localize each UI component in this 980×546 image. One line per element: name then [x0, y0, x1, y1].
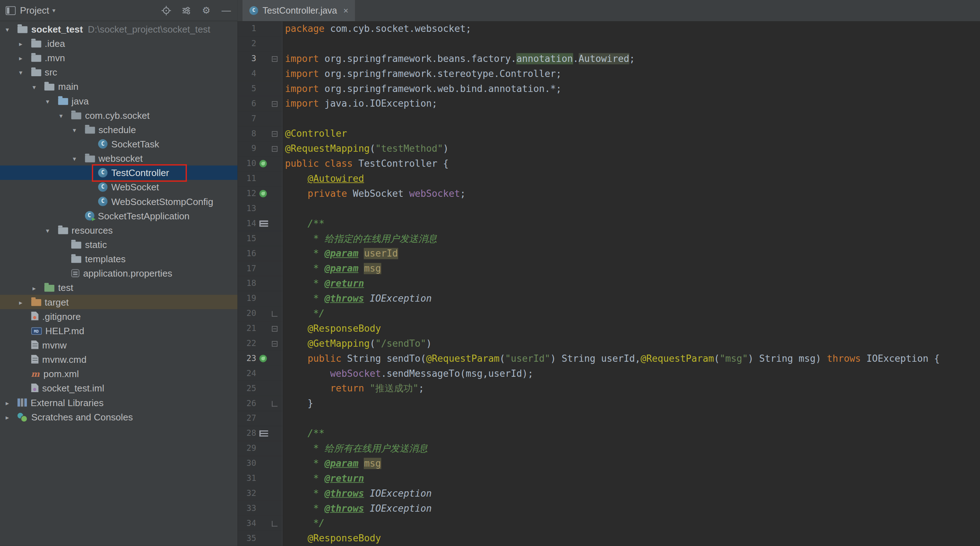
tree-item-sockettask[interactable]: CSocketTask	[0, 136, 237, 151]
code-text: * 给指定的在线用户发送消息	[283, 231, 437, 246]
close-icon[interactable]: ×	[344, 6, 348, 16]
tree-item-src[interactable]: ▾src	[0, 65, 237, 79]
fold-end-icon[interactable]	[271, 311, 277, 316]
chevron-right-icon[interactable]: ▸	[32, 284, 45, 291]
minimize-icon[interactable]: —	[221, 5, 232, 16]
chevron-right-icon[interactable]: ▸	[18, 40, 31, 47]
tree-item--mvn[interactable]: ▸.mvn	[0, 51, 237, 65]
line-number: 13	[237, 201, 256, 216]
gear-icon[interactable]: ⚙	[200, 5, 212, 16]
fold-end-icon[interactable]	[271, 521, 277, 526]
tree-item-test[interactable]: ▸test	[0, 281, 237, 295]
gutter: 23	[237, 351, 283, 366]
filter-icon[interactable]	[180, 5, 192, 16]
tree-item-application-properties[interactable]: application.properties	[0, 266, 237, 281]
tree-item--idea[interactable]: ▸.idea	[0, 36, 237, 51]
chevron-down-icon[interactable]: ▾	[59, 112, 71, 119]
tree-item-socket-test[interactable]: ▾socket_testD:\socket_project\socket_tes…	[0, 22, 237, 36]
code-text: /**	[283, 426, 325, 441]
fold-collapse-icon[interactable]	[271, 146, 277, 152]
chevron-down-icon[interactable]: ▾	[72, 126, 85, 133]
gutter: 30	[237, 456, 283, 471]
tree-item-target[interactable]: ▸target	[0, 295, 237, 309]
gutter: 29	[237, 441, 283, 456]
chevron-right-icon[interactable]: ▸	[5, 399, 18, 406]
tree-item-static[interactable]: static	[0, 237, 237, 252]
tree-item-websocket[interactable]: ▾websocket	[0, 151, 237, 165]
code-line-21: 21 @ResponseBody	[237, 321, 980, 336]
line-number: 2	[237, 36, 256, 51]
chevron-down-icon[interactable]: ▾	[72, 155, 85, 162]
tree-item-websocket[interactable]: CWebSocket	[0, 180, 237, 194]
tree-item-schedule[interactable]: ▾schedule	[0, 122, 237, 136]
tree-item-java[interactable]: ▾java	[0, 94, 237, 108]
code-line-10: 10public class TestController {	[237, 156, 980, 171]
code-line-18: 18 * @return	[237, 276, 980, 291]
gutter-icon-slot	[256, 430, 270, 436]
render-doc-icon[interactable]	[259, 221, 268, 227]
chevron-right-icon[interactable]: ▸	[18, 298, 31, 306]
project-window-icon[interactable]	[6, 6, 16, 15]
tree-item-label: src	[45, 67, 57, 78]
spring-bean-icon[interactable]	[259, 355, 267, 362]
code-line-28: 28 /**	[237, 426, 980, 441]
libraries-icon	[18, 398, 27, 407]
fold-end-icon[interactable]	[271, 401, 277, 406]
tree-item-sockettestapplication[interactable]: CSocketTestApplication	[0, 209, 237, 223]
tree-item-socket-test-iml[interactable]: socket_test.iml	[0, 381, 237, 395]
chevron-down-icon[interactable]: ▾	[18, 68, 31, 76]
editor-pane[interactable]: 1package com.cyb.socket.websocket;23impo…	[237, 21, 980, 546]
fold-collapse-icon[interactable]	[271, 341, 277, 346]
spring-bean-icon[interactable]	[259, 160, 267, 167]
code-line-6: 6import java.io.IOException;	[237, 96, 980, 111]
gutter-icon-slot	[256, 221, 270, 227]
tree-item-templates[interactable]: templates	[0, 252, 237, 266]
chevron-down-icon[interactable]: ▾	[5, 25, 18, 33]
gutter: 22	[237, 336, 283, 351]
chevron-down-icon[interactable]: ▾	[52, 7, 56, 14]
tree-item-mvnw[interactable]: mvnw	[0, 338, 237, 352]
folder-root-icon	[18, 26, 27, 33]
code-text: private WebSocket webSocket;	[283, 186, 466, 201]
chevron-down-icon[interactable]: ▾	[32, 83, 45, 90]
code-line-1: 1package com.cyb.socket.websocket;	[237, 21, 980, 36]
code-line-35: 35 @ResponseBody	[237, 531, 980, 546]
chevron-right-icon[interactable]: ▸	[5, 413, 18, 421]
code-line-3: 3import org.springframework.beans.factor…	[237, 51, 980, 66]
tree-item-external-libraries[interactable]: ▸External Libraries	[0, 395, 237, 410]
locate-icon[interactable]	[161, 5, 172, 16]
code-text: /**	[283, 216, 325, 231]
chevron-right-icon[interactable]: ▸	[18, 54, 31, 62]
code-line-29: 29 * 给所有在线用户发送消息	[237, 441, 980, 456]
class-icon: C	[98, 182, 107, 191]
tree-item--gitignore[interactable]: .gitignore	[0, 309, 237, 324]
tree-item-com-cyb-socket[interactable]: ▾com.cyb.socket	[0, 108, 237, 122]
code-text: * @throws IOException	[283, 501, 432, 516]
tree-item-pom-xml[interactable]: mpom.xml	[0, 367, 237, 381]
spring-bean-icon[interactable]	[259, 190, 267, 197]
line-number: 30	[237, 456, 256, 471]
fold-collapse-icon[interactable]	[271, 101, 277, 106]
tab-testcontroller-java[interactable]: C TestController.java ×	[242, 0, 355, 21]
line-number: 24	[237, 366, 256, 381]
tree-item-websocketstompconfig[interactable]: CWebSocketStompConfig	[0, 194, 237, 209]
tree-item-scratches-and-consoles[interactable]: ▸Scratches and Consoles	[0, 410, 237, 424]
chevron-down-icon[interactable]: ▾	[46, 227, 58, 234]
tree-item-mvnw-cmd[interactable]: mvnw.cmd	[0, 352, 237, 367]
fold-collapse-icon[interactable]	[271, 325, 277, 331]
tree-item-label: .idea	[45, 38, 65, 49]
fold-collapse-icon[interactable]	[271, 56, 277, 62]
code-text: @ResponseBody	[283, 321, 381, 336]
chevron-down-icon[interactable]: ▾	[46, 97, 58, 105]
render-doc-icon[interactable]	[259, 430, 268, 436]
tree-item-help-md[interactable]: MDHELP.md	[0, 324, 237, 338]
tree-item-testcontroller[interactable]: CTestController	[0, 166, 237, 180]
class-icon: C	[98, 168, 107, 177]
code-text: */	[283, 516, 325, 531]
tree-item-main[interactable]: ▾main	[0, 79, 237, 94]
code-line-22: 22 @GetMapping("/sendTo")	[237, 336, 980, 351]
fold-collapse-icon[interactable]	[271, 131, 277, 136]
gutter: 32	[237, 486, 283, 501]
project-panel-title[interactable]: Project	[20, 5, 49, 16]
tree-item-resources[interactable]: ▾resources	[0, 223, 237, 237]
